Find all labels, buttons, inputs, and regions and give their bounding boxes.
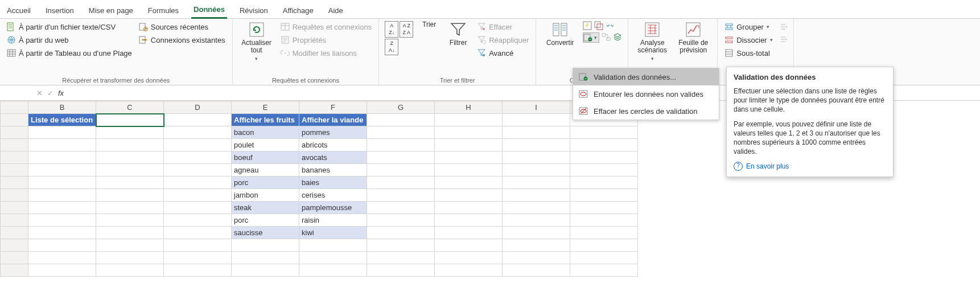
- cell[interactable]: [367, 202, 435, 214]
- row-header[interactable]: [1, 227, 28, 239]
- cell[interactable]: [299, 252, 367, 264]
- cell[interactable]: [367, 126, 435, 139]
- cell[interactable]: [435, 139, 503, 151]
- cell[interactable]: [367, 214, 435, 227]
- cell[interactable]: [367, 177, 435, 189]
- cell[interactable]: [164, 164, 232, 177]
- tab-formulas[interactable]: Formules: [146, 5, 181, 18]
- row-header[interactable]: [1, 151, 28, 164]
- cell[interactable]: [96, 189, 164, 202]
- remove-duplicates-icon[interactable]: [594, 21, 603, 30]
- menu-circle-invalid[interactable]: Entourer les données non valides: [573, 85, 719, 103]
- cell[interactable]: [96, 214, 164, 227]
- group-rows[interactable]: Grouper ▾: [723, 21, 773, 32]
- tab-review[interactable]: Révision: [237, 5, 270, 18]
- cell[interactable]: [570, 214, 638, 227]
- cell[interactable]: [435, 252, 503, 264]
- col-header[interactable]: G: [367, 101, 435, 114]
- cell[interactable]: baies: [299, 177, 367, 189]
- what-if-analysis[interactable]: Analyse scénarios▾: [634, 21, 670, 63]
- text-to-columns[interactable]: Convertir: [542, 21, 578, 47]
- reapply-filter[interactable]: Réappliquer: [476, 34, 530, 46]
- cell[interactable]: [570, 264, 638, 277]
- cell[interactable]: jambon: [232, 189, 299, 202]
- cell[interactable]: pamplemousse: [299, 202, 367, 214]
- cell[interactable]: [28, 214, 96, 227]
- cell[interactable]: [435, 177, 503, 189]
- cell[interactable]: [570, 239, 638, 252]
- cell[interactable]: raisin: [299, 214, 367, 227]
- filter-btn[interactable]: Filtrer: [445, 21, 471, 47]
- cell[interactable]: [435, 189, 503, 202]
- ungroup-rows[interactable]: Dissocier ▾: [723, 34, 773, 46]
- menu-data-validation[interactable]: Validation des données...: [573, 68, 719, 85]
- cell[interactable]: [435, 239, 503, 252]
- cell[interactable]: porc: [232, 177, 299, 189]
- cell[interactable]: [96, 114, 164, 126]
- row-header[interactable]: [1, 177, 28, 189]
- cell[interactable]: [435, 114, 503, 126]
- cell[interactable]: [503, 202, 570, 214]
- properties[interactable]: Propriétés: [279, 34, 373, 46]
- cell[interactable]: [503, 151, 570, 164]
- row-header[interactable]: [1, 214, 28, 227]
- cell[interactable]: bacon: [232, 126, 299, 139]
- cell[interactable]: [435, 202, 503, 214]
- cell[interactable]: [570, 151, 638, 164]
- col-header[interactable]: H: [435, 101, 503, 114]
- col-header[interactable]: I: [503, 101, 570, 114]
- recent-sources[interactable]: Sources récentes: [138, 21, 227, 32]
- from-table[interactable]: À partir de Tableau ou d'une Plage: [6, 47, 133, 59]
- cell[interactable]: [232, 264, 299, 277]
- chevron-down-icon[interactable]: ▾: [592, 35, 599, 40]
- cell[interactable]: steak: [232, 202, 299, 214]
- cell[interactable]: kiwi: [299, 227, 367, 239]
- cell[interactable]: [164, 139, 232, 151]
- cell[interactable]: saucisse: [232, 227, 299, 239]
- cell[interactable]: [96, 252, 164, 264]
- cell[interactable]: Afficher les fruits: [232, 114, 299, 126]
- cell[interactable]: [570, 177, 638, 189]
- existing-connections[interactable]: Connexions existantes: [138, 34, 227, 46]
- cell[interactable]: [503, 177, 570, 189]
- advanced-filter[interactable]: Avancé: [476, 47, 530, 59]
- tab-data[interactable]: Données: [191, 3, 227, 19]
- cell[interactable]: avocats: [299, 151, 367, 164]
- cell[interactable]: bananes: [299, 164, 367, 177]
- cell[interactable]: [164, 264, 232, 277]
- cell[interactable]: [435, 164, 503, 177]
- cell[interactable]: Liste de sélection: [28, 114, 96, 126]
- cell[interactable]: [367, 114, 435, 126]
- cell[interactable]: [28, 151, 96, 164]
- cell[interactable]: [164, 239, 232, 252]
- sort-btn[interactable]: Trier: [418, 21, 440, 28]
- cell[interactable]: [96, 227, 164, 239]
- cell[interactable]: [232, 239, 299, 252]
- cell[interactable]: [570, 126, 638, 139]
- cell[interactable]: [164, 214, 232, 227]
- cell[interactable]: [503, 227, 570, 239]
- cell[interactable]: [367, 139, 435, 151]
- cell[interactable]: [28, 126, 96, 139]
- cell[interactable]: porc: [232, 214, 299, 227]
- cell[interactable]: [164, 227, 232, 239]
- cell[interactable]: [164, 126, 232, 139]
- subtotal[interactable]: Sous-total: [723, 47, 773, 59]
- cell[interactable]: [28, 252, 96, 264]
- cell[interactable]: [164, 202, 232, 214]
- cell[interactable]: [435, 227, 503, 239]
- cell[interactable]: poulet: [232, 139, 299, 151]
- cell[interactable]: [570, 227, 638, 239]
- sort-az-icon[interactable]: AZ↓: [385, 21, 398, 38]
- cell[interactable]: [503, 189, 570, 202]
- cell[interactable]: [570, 164, 638, 177]
- row-header[interactable]: [1, 264, 28, 277]
- cell[interactable]: [28, 264, 96, 277]
- row-header[interactable]: [1, 189, 28, 202]
- cell[interactable]: [28, 177, 96, 189]
- sort-za-icon[interactable]: ZA↓: [385, 39, 398, 55]
- name-box[interactable]: [3, 88, 32, 98]
- row-header[interactable]: [1, 139, 28, 151]
- row-header[interactable]: [1, 202, 28, 214]
- cell[interactable]: boeuf: [232, 151, 299, 164]
